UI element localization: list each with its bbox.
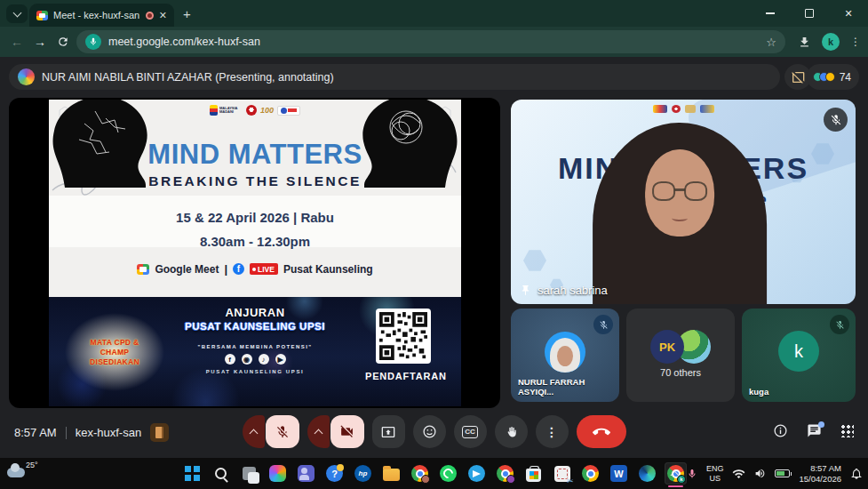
poster-platforms: Google Meet | f LIVE Pusat Kaunseling [49,262,461,276]
profile-badge: k [677,475,686,484]
tab-close-icon[interactable]: ✕ [159,11,167,20]
participant-tiles-row: NURUL FARRAH ASYIQI... PK 70 others k ku… [511,309,856,402]
cpd-line: DISEDIAKAN [90,357,139,366]
registration-label: PENDAFTARAN [365,371,442,381]
participant-name: sarah sabrina [538,284,608,297]
pk-logo [700,105,714,113]
participant-tile-kuga[interactable]: k kuga [742,309,856,402]
anjuran-label: ANJURAN [166,306,344,319]
chat-button[interactable] [807,423,822,438]
language-line2: US [706,474,724,483]
task-view-button[interactable] [238,462,260,485]
chat-notification-dot [818,421,824,428]
start-button[interactable] [181,462,203,485]
whatsapp-icon [440,465,457,482]
pin-icon [520,285,531,296]
whatsapp-button[interactable] [437,462,459,485]
toolbar-right: k ⋮ [798,30,861,53]
reload-button[interactable] [52,36,75,48]
info-button[interactable] [773,423,788,438]
camera-off-button[interactable] [330,415,364,448]
taskbar-search-button[interactable] [210,462,232,485]
snipping-tool-button[interactable] [551,462,573,485]
telegram-button[interactable] [466,462,488,485]
notification-bell-icon[interactable] [850,468,863,480]
present-screen-button[interactable] [372,415,405,448]
tab-title: Meet - kex-huxf-san [53,10,140,20]
copilot-button[interactable] [267,462,289,485]
windows-logo-icon [185,466,200,481]
chrome-profile2-button[interactable] [494,462,516,485]
file-explorer-button[interactable] [380,462,402,485]
window-maximize-button[interactable] [790,0,829,27]
participant-tile-nurul[interactable]: NURUL FARRAH ASYIQI... [511,309,619,402]
presenter-avatar [18,68,35,85]
mic-mute-button[interactable] [266,415,299,448]
edge-icon [639,465,656,482]
teams-icon [298,465,315,482]
glasses-icon [652,181,675,201]
word-icon: W [610,465,627,482]
more-options-button[interactable]: ⋮ [536,415,569,448]
tab-recording-icon [146,12,154,20]
head-silhouette-left [49,100,160,188]
meet-favicon [36,11,48,20]
tab-search-button[interactable] [6,4,28,23]
mic-control [243,415,299,448]
pusat-kaunseling-logo [277,106,300,116]
language-indicator[interactable]: ENG US [706,464,724,483]
activities-grid-button[interactable] [840,424,854,437]
pk-logo-bar [288,108,297,112]
raise-hand-button[interactable] [495,415,528,448]
back-button[interactable]: ← [5,35,28,49]
mic-options-button[interactable] [243,415,265,448]
browser-menu-icon[interactable]: ⋮ [850,36,861,48]
presentation-off-icon [791,70,805,84]
social-icons-row: f ◉ ♪ ▶ [166,354,344,365]
volume-icon[interactable] [754,468,766,479]
new-tab-button[interactable]: + [183,6,191,21]
forward-button[interactable]: → [28,35,52,49]
head-silhouette-right [350,100,461,188]
raise-hand-icon [505,425,518,438]
teams-button[interactable] [295,462,317,485]
browser-tab-strip: Meet - kex-huxf-san ✕ + [0,0,868,27]
tray-clock[interactable]: 8:57 AM 15/04/2026 [799,463,841,485]
help-button[interactable]: ? [323,462,346,485]
word-button[interactable]: W [608,462,630,485]
url-bar[interactable]: meet.google.com/kex-huxf-san ☆ [76,30,785,53]
participant-tile-others[interactable]: PK 70 others [626,309,735,402]
chrome-profile3-button[interactable] [579,462,601,485]
hp-app-button[interactable]: hp [352,462,374,485]
edge-button[interactable] [636,462,658,485]
participant-count: 74 [840,71,851,84]
qr-code [376,309,431,364]
wifi-icon[interactable] [732,469,745,479]
end-call-button[interactable] [577,415,626,448]
task-view-icon [243,467,256,480]
window-minimize-button[interactable] [751,0,790,27]
reactions-button[interactable] [413,415,446,448]
bookmark-star-icon[interactable]: ☆ [766,36,776,49]
participant-tile-main[interactable]: MIND MATTERS Breaking the Silence sarah … [511,100,856,304]
youtube-icon: ▶ [275,354,286,365]
download-icon[interactable] [798,36,811,49]
chrome-profile1-button[interactable] [409,462,431,485]
captions-button[interactable]: CC [454,415,487,448]
participants-chip[interactable]: 74 [807,64,859,90]
tray-mic-icon[interactable] [687,468,697,480]
mic-off-icon [599,320,609,330]
taskbar-weather[interactable]: 25° [7,461,38,477]
reload-icon [57,36,69,48]
browser-profile-avatar[interactable]: k [822,33,840,51]
window-close-button[interactable] [829,0,868,27]
presentation-stage-tile[interactable]: MALAYSIA MADANI 100 MIND MATTERS BREAKIN… [9,98,500,408]
others-count-label: 70 others [626,367,735,378]
ms-store-button[interactable] [522,462,545,485]
battery-icon[interactable] [775,469,790,477]
browser-tab[interactable]: Meet - kex-huxf-san ✕ [29,4,174,27]
camera-options-button[interactable] [307,415,330,448]
snipping-tool-icon [554,466,570,482]
pk-logo-dot [281,108,287,114]
glasses-bridge [674,188,685,191]
